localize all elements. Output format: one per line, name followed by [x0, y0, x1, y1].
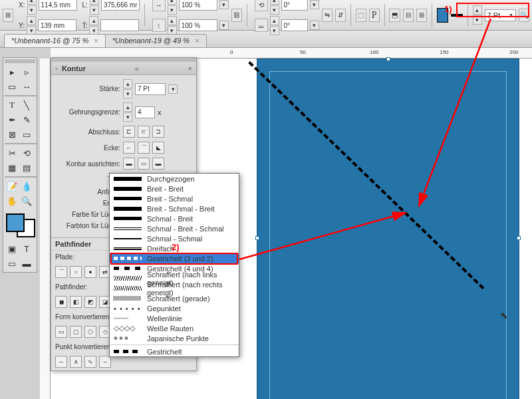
- control-bar: ⊞ X: ▴▾ Y: ▴▾ L: ▴▾ T: ▴▾ ↔ ▴▾ ▾ ↕ ▴▾ ▾ …: [0, 0, 532, 31]
- zoom-tool[interactable]: 🔍: [19, 194, 34, 208]
- panel-menu-icon[interactable]: ×: [188, 65, 192, 72]
- stroke-option[interactable]: Gestrichelt: [110, 346, 239, 356]
- stroke-option[interactable]: Schmal - Breit - Schmal: [110, 223, 239, 233]
- arrange-icon[interactable]: ⬒: [389, 9, 400, 22]
- pt-smooth-icon[interactable]: ∿: [84, 356, 96, 368]
- gradient-feather-tool[interactable]: ▤: [19, 160, 34, 175]
- distribute-icon[interactable]: ⊞: [416, 9, 427, 22]
- handle-top[interactable]: [386, 57, 390, 61]
- selection-tool[interactable]: ▸: [5, 65, 19, 79]
- l-input[interactable]: [101, 0, 140, 11]
- apply-none-icon[interactable]: T: [19, 241, 34, 256]
- align-center-icon[interactable]: ▬: [123, 158, 135, 170]
- x-input[interactable]: [39, 0, 77, 11]
- stroke-option[interactable]: Durchgezogen: [110, 174, 239, 184]
- path-close-icon[interactable]: ●: [84, 266, 96, 278]
- type-tool[interactable]: T: [5, 98, 19, 112]
- pt-corner-icon[interactable]: ∧: [70, 356, 82, 368]
- stroke-option[interactable]: ❋ ❋ ❋Japanische Punkte: [110, 333, 239, 343]
- pt-plain-icon[interactable]: ─: [55, 356, 67, 368]
- shear-icon[interactable]: ⧢: [255, 19, 268, 32]
- fill-color[interactable]: [6, 213, 25, 232]
- pf-add-icon[interactable]: ◼: [55, 296, 67, 308]
- normal-view-icon[interactable]: ▭: [5, 256, 19, 271]
- t-label: T:: [82, 22, 88, 29]
- preview-view-icon[interactable]: ▬: [19, 256, 34, 271]
- flip-v-icon[interactable]: ⇵: [335, 9, 346, 22]
- pencil-tool[interactable]: ✎: [19, 112, 34, 127]
- stroke-weight-input[interactable]: [135, 83, 166, 95]
- scale-x-input[interactable]: [179, 0, 217, 11]
- gap-tool[interactable]: ↔: [19, 79, 34, 94]
- path-open-icon[interactable]: ○: [70, 266, 82, 278]
- align-icon[interactable]: ⊟: [403, 9, 414, 22]
- flip-h-icon[interactable]: ⇋: [322, 9, 332, 22]
- y-step-up[interactable]: ▴: [27, 16, 36, 25]
- kontur-panel-header[interactable]: ◦Kontur « ×: [51, 62, 196, 75]
- line-tool[interactable]: ╲: [19, 98, 34, 112]
- rotate-icon[interactable]: ⟲: [255, 0, 268, 11]
- align-inside-icon[interactable]: ▭: [138, 158, 150, 170]
- select-container-icon[interactable]: ⬚: [356, 9, 366, 22]
- stroke-option[interactable]: ◇◇◇◇Weiße Rauten: [110, 323, 239, 333]
- annotation-box-2: [110, 253, 238, 265]
- scale-y-input[interactable]: [179, 19, 217, 31]
- panel-close-icon[interactable]: «: [135, 65, 139, 72]
- close-icon[interactable]: ×: [94, 37, 98, 45]
- cap-square-icon[interactable]: ⊐: [152, 126, 164, 138]
- scale-h-icon[interactable]: ↔: [152, 0, 166, 11]
- shape-bevel-icon[interactable]: ⬡: [84, 326, 96, 338]
- note-tool[interactable]: 📝: [5, 179, 19, 194]
- transform-tool[interactable]: ⟲: [19, 146, 34, 160]
- stroke-option[interactable]: Schraffiert (nach rechts geneigt): [110, 283, 239, 293]
- page-tool[interactable]: ▭: [5, 79, 19, 94]
- stroke-option[interactable]: Schmal - Breit: [110, 213, 239, 223]
- scale-v-icon[interactable]: ↕: [152, 19, 166, 32]
- scissors-tool[interactable]: ✂: [5, 146, 19, 160]
- link-scale-icon[interactable]: ⛓: [231, 9, 242, 22]
- t-input[interactable]: [100, 19, 139, 31]
- y-input[interactable]: [38, 19, 76, 31]
- pt-sym-icon[interactable]: ⌢: [99, 356, 111, 368]
- align-outside-icon[interactable]: ▬: [152, 158, 164, 170]
- shape-rect-icon[interactable]: ▭: [55, 326, 67, 338]
- join-round-icon[interactable]: ⌒: [138, 142, 150, 154]
- close-icon[interactable]: ×: [195, 37, 199, 45]
- hand-tool[interactable]: ✋: [5, 194, 19, 208]
- eyedropper-tool[interactable]: 💧: [19, 179, 34, 194]
- stroke-option[interactable]: Breit - Schmal - Breit: [110, 203, 239, 213]
- pf-subtract-icon[interactable]: ◧: [70, 296, 82, 308]
- pen-tool[interactable]: ✒: [5, 112, 19, 127]
- pf-intersect-icon[interactable]: ◩: [84, 296, 96, 308]
- handle-left[interactable]: [255, 236, 259, 240]
- stroke-option[interactable]: • • • • •Gepunktet: [110, 303, 239, 313]
- miter-input[interactable]: [135, 106, 155, 118]
- ruler-vertical: [40, 59, 51, 399]
- apply-color-icon[interactable]: ▣: [5, 241, 19, 256]
- rect-tool[interactable]: ▭: [19, 127, 34, 142]
- gradient-tool[interactable]: ▦: [5, 160, 19, 175]
- path-join-icon[interactable]: ⌒: [55, 266, 67, 278]
- shape-round-icon[interactable]: ▢: [70, 326, 82, 338]
- x-step-down[interactable]: ▾: [27, 5, 37, 15]
- anchor-icon[interactable]: ⊞: [3, 9, 13, 22]
- stroke-option[interactable]: 〰〰Wellenlinie: [110, 313, 239, 323]
- select-content-icon[interactable]: P: [369, 9, 380, 22]
- stroke-option[interactable]: Breit - Breit: [110, 184, 239, 194]
- shear-input[interactable]: [281, 19, 308, 31]
- handle-right[interactable]: [517, 236, 521, 240]
- rect-frame-tool[interactable]: ⊠: [5, 127, 19, 142]
- annotation-label-2: 2): [172, 242, 180, 252]
- join-bevel-icon[interactable]: ◣: [152, 142, 164, 154]
- rotate-input[interactable]: [281, 0, 308, 11]
- tab-unbenannt-19[interactable]: *Unbenannt-19 @ 49 %×: [105, 34, 207, 47]
- toolbox: ▸ ▹ ▭ ↔ T ╲ ✒ ✎ ⊠ ▭ ✂ ⟲ ▦ ▤ 📝 💧 ✋ 🔍 ▣ T …: [3, 57, 37, 273]
- tab-unbenannt-16[interactable]: *Unbenannt-16 @ 75 %×: [4, 34, 106, 47]
- stroke-option[interactable]: Breit - Schmal: [110, 194, 239, 203]
- direct-selection-tool[interactable]: ▹: [19, 65, 34, 79]
- cap-round-icon[interactable]: ⊂: [138, 126, 150, 138]
- x-step-up[interactable]: ▴: [27, 0, 37, 5]
- cap-butt-icon[interactable]: ⊏: [123, 126, 135, 138]
- color-swap[interactable]: [5, 212, 37, 239]
- join-miter-icon[interactable]: ⌐: [123, 142, 135, 154]
